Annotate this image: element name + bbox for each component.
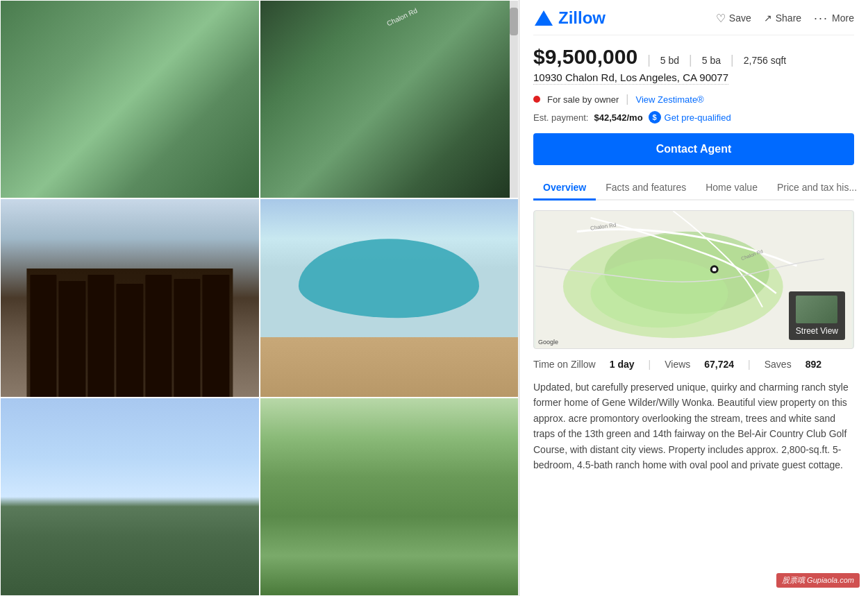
prequalify-icon: $: [649, 111, 661, 124]
listing-baths: 5 ba: [702, 55, 721, 66]
tab-facts-features[interactable]: Facts and features: [596, 176, 696, 201]
tab-overview[interactable]: Overview: [533, 176, 596, 201]
views-label: Views: [665, 359, 690, 370]
stat-divider-3: |: [731, 53, 734, 67]
svg-point-8: [712, 267, 717, 271]
zestimate-link[interactable]: View Zestimate®: [635, 94, 703, 105]
svg-point-4: [591, 259, 728, 327]
zillow-logo-icon: [533, 9, 554, 27]
map-container[interactable]: Chalon Rd Chalon Rd Street View Google: [533, 210, 854, 349]
stats-sep-1: |: [649, 359, 651, 370]
photo-aerial-house[interactable]: Chalon Rd: [260, 0, 519, 198]
est-payment-row: Est. payment: $42,542/mo $ Get pre-quali…: [533, 111, 854, 124]
listing-sqft: 2,756 sqft: [744, 55, 787, 66]
saves-label: Saves: [765, 359, 792, 370]
save-label: Save: [729, 12, 751, 24]
save-button[interactable]: ♡ Save: [716, 12, 751, 25]
listing-beds: 5 bd: [660, 55, 679, 66]
google-logo: Google: [538, 339, 558, 346]
photo-golf-landscape[interactable]: [260, 398, 519, 596]
more-dots-icon: ···: [814, 11, 828, 26]
time-on-zillow-value: 1 day: [610, 359, 635, 370]
photo-gate[interactable]: [0, 198, 260, 397]
street-view-button[interactable]: Street View: [789, 291, 845, 340]
est-payment-label: Est. payment:: [533, 112, 588, 123]
listing-status-text: For sale by owner: [547, 94, 619, 105]
right-panel: Zillow ♡ Save ↗ Share ··· More $9,500,00…: [519, 0, 868, 596]
stats-sep-2: |: [748, 359, 751, 370]
status-divider: |: [626, 93, 628, 105]
photo-pool[interactable]: [260, 198, 519, 397]
watermark: 股票哦 Gupiaola.com: [776, 573, 860, 588]
listing-status-row: For sale by owner | View Zestimate®: [533, 93, 854, 105]
prequalify-link[interactable]: $ Get pre-qualified: [649, 111, 731, 124]
street-view-thumbnail: [796, 296, 837, 323]
property-description: Updated, but carefully preserved unique,…: [533, 380, 854, 472]
header-bar: Zillow ♡ Save ↗ Share ··· More: [533, 8, 854, 35]
street-view-label: Street View: [796, 326, 838, 336]
prequalify-label: Get pre-qualified: [665, 112, 731, 123]
more-label: More: [832, 12, 854, 24]
share-label: Share: [776, 12, 801, 24]
more-button[interactable]: ··· More: [814, 11, 854, 26]
scrollbar[interactable]: [510, 1, 518, 198]
stat-divider-2: |: [689, 53, 692, 67]
price-row: $9,500,000 | 5 bd | 5 ba | 2,756 sqft: [533, 45, 854, 69]
tabs-bar: Overview Facts and features Home value P…: [533, 176, 854, 201]
listing-address: 10930 Chalon Rd, Los Angeles, CA 90077: [533, 71, 728, 85]
svg-marker-0: [535, 10, 553, 26]
status-dot-icon: [533, 96, 540, 103]
zillow-wordmark: Zillow: [558, 8, 606, 28]
photo-grid: Chalon Rd: [0, 0, 519, 596]
views-value: 67,724: [704, 359, 734, 370]
stats-row: Time on Zillow 1 day | Views 67,724 | Sa…: [533, 359, 854, 370]
stat-divider-1: |: [647, 53, 651, 67]
photo-landscape-sky[interactable]: [0, 398, 260, 596]
tab-home-value[interactable]: Home value: [696, 176, 767, 201]
heart-icon: ♡: [716, 12, 726, 25]
share-icon: ↗: [764, 12, 772, 24]
photo-aerial-golf[interactable]: [0, 0, 260, 198]
zillow-logo: Zillow: [533, 8, 606, 28]
share-button[interactable]: ↗ Share: [764, 12, 801, 24]
tab-price-tax-history[interactable]: Price and tax his...: [767, 176, 867, 201]
saves-value: 892: [806, 359, 821, 370]
time-on-zillow-label: Time on Zillow: [533, 359, 596, 370]
header-actions: ♡ Save ↗ Share ··· More: [716, 11, 854, 26]
est-payment-value: $42,542/mo: [594, 112, 642, 123]
listing-price: $9,500,000: [533, 45, 637, 69]
contact-agent-button[interactable]: Contact Agent: [533, 133, 854, 165]
